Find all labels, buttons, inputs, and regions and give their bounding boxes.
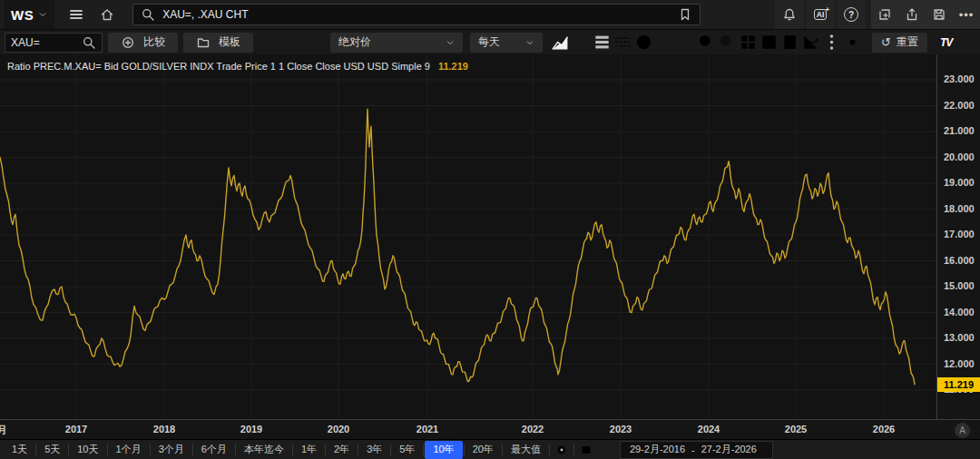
template-button[interactable]: 模板	[183, 33, 253, 53]
tradingview-logo-icon[interactable]: TV	[940, 36, 952, 49]
app-logo[interactable]: WS	[4, 0, 54, 29]
range-button-5年[interactable]: 5年	[391, 440, 423, 459]
range-button-20年[interactable]: 20年	[465, 440, 502, 459]
grid-layout-icon[interactable]	[738, 33, 759, 53]
compare-grid-icon[interactable]	[574, 440, 598, 459]
share-button[interactable]	[898, 0, 926, 29]
menu-button[interactable]	[65, 4, 87, 25]
date-range-picker[interactable]: 29-2月-2016-27-2月-2026	[620, 441, 773, 459]
y-axis-label: 15.000	[944, 280, 975, 291]
x-axis-label: 2018	[153, 424, 175, 435]
x-axis-label: 2017	[65, 424, 87, 435]
chart-export-icon[interactable]	[800, 33, 821, 53]
range-button-1年[interactable]: 1年	[293, 440, 325, 459]
layers-icon[interactable]	[592, 33, 612, 53]
date-from: 29-2月-2016	[630, 443, 685, 456]
drawing-icon[interactable]	[654, 33, 675, 53]
area-chart-icon[interactable]	[550, 33, 571, 53]
chevron-down-icon	[446, 38, 455, 47]
app-logo-text: WS	[11, 7, 34, 23]
help-button[interactable]: ?	[837, 0, 866, 29]
chevron-down-icon	[38, 10, 47, 19]
search-icon	[82, 35, 96, 50]
range-button-3个月[interactable]: 3个月	[151, 440, 192, 459]
chart-legend: Ratio PREC.M.XAU= Bid GOLD/SILVER INDX T…	[7, 61, 468, 72]
price-mode-select[interactable]: 绝对价	[330, 33, 463, 53]
x-axis-label: 2019	[240, 424, 262, 435]
y-axis[interactable]: 23.00022.00021.00020.00019.00018.00017.0…	[936, 54, 980, 419]
reset-button[interactable]: ↺ 重置	[872, 33, 927, 53]
question-icon: ?	[844, 7, 858, 22]
more-options-button[interactable]: •••	[953, 0, 980, 29]
chart-title-text: Ratio PREC.M.XAU= Bid GOLD/SILVER INDX T…	[7, 61, 430, 72]
zoom-in-icon[interactable]	[696, 33, 717, 53]
search-icon	[141, 7, 155, 22]
range-button-10年[interactable]: 10年	[425, 441, 462, 459]
y-axis-label: 13.000	[944, 332, 975, 343]
home-button[interactable]	[96, 4, 118, 25]
events-icon[interactable]	[633, 33, 654, 53]
x-axis-label: 2024	[698, 424, 720, 435]
range-button-最大值[interactable]: 最大值	[503, 440, 549, 459]
y-axis-label: 22.000	[944, 100, 975, 111]
search-value[interactable]: XAU=, .XAU CHT	[162, 8, 671, 21]
range-button-5天[interactable]: 5天	[36, 440, 68, 459]
x-axis-label: 2026	[873, 424, 895, 435]
global-search[interactable]: XAU=, .XAU CHT	[132, 4, 701, 25]
range-button-本年迄今[interactable]: 本年迄今	[236, 440, 292, 459]
trading-workspace: WS XAU=, .XAU CHT AI+ ? ••• XAU=	[0, 0, 980, 459]
text-tool-icon[interactable]	[675, 33, 696, 53]
interval-value: 每天	[478, 34, 500, 50]
new-document-button[interactable]	[871, 0, 898, 29]
save-icon	[932, 7, 946, 22]
chart-area[interactable]: Ratio PREC.M.XAU= Bid GOLD/SILVER INDX T…	[0, 54, 980, 439]
settings-circle-icon[interactable]	[550, 440, 573, 459]
y-axis-label: 14.000	[944, 307, 975, 317]
kebab-icon[interactable]	[821, 33, 842, 53]
price-chart[interactable]	[0, 54, 936, 419]
symbol-input[interactable]: XAU=	[5, 33, 103, 53]
add-pane-icon[interactable]	[759, 33, 779, 53]
date-to: 27-2月-2026	[701, 443, 757, 456]
share-icon	[905, 7, 919, 22]
bar-chart-icon[interactable]	[571, 33, 592, 53]
y-axis-label: 12.000	[944, 358, 975, 369]
range-button-3年[interactable]: 3年	[358, 440, 390, 459]
range-button-2年[interactable]: 2年	[326, 440, 358, 459]
chart-tool-icons	[550, 33, 863, 53]
new-document-icon	[877, 7, 892, 22]
compare-button[interactable]: 比较	[108, 33, 178, 53]
range-button-6个月[interactable]: 6个月	[193, 440, 235, 459]
x-axis[interactable]: A 月2017201820192020202120222023202420252…	[0, 419, 980, 439]
more-dots-icon: •••	[959, 8, 975, 22]
waves-icon[interactable]	[612, 33, 633, 53]
last-price-badge: 11.219	[937, 377, 980, 392]
bookmark-icon[interactable]	[678, 7, 692, 22]
notifications-button[interactable]	[775, 0, 804, 29]
x-axis-label: 2021	[416, 424, 438, 435]
compare-icon	[121, 35, 135, 50]
range-button-10天[interactable]: 10天	[69, 440, 106, 459]
date-separator: -	[691, 444, 695, 455]
symbol-input-value: XAU=	[11, 36, 40, 49]
y-axis-label: 21.000	[944, 125, 975, 136]
zoom-out-icon[interactable]	[717, 33, 738, 53]
chevron-down-icon	[525, 38, 534, 47]
ai-icon: AI+	[814, 9, 828, 21]
template-label: 模板	[219, 34, 240, 50]
interval-select[interactable]: 每天	[470, 33, 543, 53]
gear-icon[interactable]	[842, 33, 863, 53]
compare-label: 比较	[143, 34, 165, 50]
notebook-icon[interactable]	[779, 33, 800, 53]
x-axis-label: 2025	[785, 424, 807, 435]
range-button-1个月[interactable]: 1个月	[108, 440, 150, 459]
save-button[interactable]	[926, 0, 953, 29]
ai-assistant-button[interactable]: AI+	[806, 0, 835, 29]
y-axis-label: 18.000	[944, 203, 975, 214]
y-axis-label: 20.000	[944, 151, 975, 162]
axis-settings-button[interactable]: A	[955, 423, 970, 438]
range-button-1天[interactable]: 1天	[4, 440, 35, 459]
y-axis-label: 16.000	[944, 255, 975, 266]
y-axis-label: 23.000	[944, 73, 975, 84]
folder-icon	[196, 35, 211, 50]
